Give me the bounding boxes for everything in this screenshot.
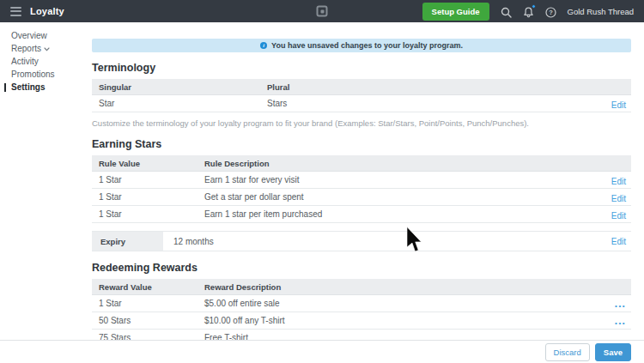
notifications-bell-icon[interactable] — [523, 6, 534, 17]
active-indicator — [4, 83, 6, 92]
redeeming-table-header: Reward Value Reward Description — [92, 279, 631, 295]
sidebar-item-promotions[interactable]: Promotions — [0, 68, 92, 81]
sidebar-item-reports[interactable]: Reports — [0, 42, 92, 55]
edit-rule-link[interactable]: Edit — [611, 211, 626, 221]
edit-terminology-link[interactable]: Edit — [611, 100, 626, 110]
notification-dot — [532, 4, 536, 9]
reward-options-ellipsis-button[interactable]: ••• — [615, 303, 626, 310]
page-title: Loyalty — [30, 6, 64, 16]
singular-value: Star — [92, 99, 267, 108]
table-row: 1 Star Earn 1 star for every visit Edit — [92, 172, 631, 189]
banner-message: You have unsaved changes to your loyalty… — [271, 41, 463, 50]
top-bar: Loyalty Setup Guide ? Gold Rush Thread — [0, 0, 644, 22]
sidebar-item-overview[interactable]: Overview — [0, 29, 92, 42]
save-button[interactable]: Save — [595, 343, 631, 361]
reward-description: $10.00 off any T-shirt — [204, 316, 580, 325]
terminology-table-header: Singular Plural — [92, 79, 631, 95]
search-icon[interactable] — [501, 6, 512, 17]
table-row: 1 Star $5.00 off entire sale ••• — [92, 295, 631, 312]
plural-value: Stars — [267, 99, 580, 108]
redeeming-rewards-table: Reward Value Reward Description 1 Star $… — [92, 279, 631, 347]
sidebar-item-activity[interactable]: Activity — [0, 55, 92, 68]
help-icon[interactable]: ? — [545, 6, 556, 17]
rule-value: 1 Star — [92, 175, 204, 185]
main-content: i You have unsaved changes to your loyal… — [92, 22, 631, 347]
rule-value: 1 Star — [92, 192, 204, 202]
account-name[interactable]: Gold Rush Thread — [568, 7, 634, 16]
terminology-table: Singular Plural Star Stars Edit — [92, 79, 631, 112]
reward-options-ellipsis-button[interactable]: ••• — [615, 320, 626, 327]
edit-expiry-link[interactable]: Edit — [611, 237, 626, 246]
terminology-heading: Terminology — [92, 62, 631, 74]
action-footer: Discard Save — [0, 340, 644, 363]
earning-table-header: Rule Value Rule Description — [92, 155, 631, 172]
column-header-reward-value: Reward Value — [92, 282, 204, 292]
column-header-rule-description: Rule Description — [204, 159, 580, 168]
unsaved-changes-banner: i You have unsaved changes to your loyal… — [92, 39, 631, 52]
expiry-label: Expiry — [92, 232, 163, 251]
reward-description: $5.00 off entire sale — [204, 299, 580, 308]
column-header-rule-value: Rule Value — [92, 159, 204, 168]
rule-description: Get a star per dollar spent — [204, 192, 580, 202]
redeeming-rewards-heading: Redeeming Rewards — [92, 262, 631, 274]
table-row: 1 Star Earn 1 star per item purchased Ed… — [92, 206, 631, 223]
earning-stars-heading: Earning Stars — [92, 138, 631, 150]
rule-description: Earn 1 star for every visit — [204, 175, 580, 185]
expiry-row: Expiry 12 months Edit — [92, 231, 631, 251]
reward-value: 50 Stars — [92, 316, 204, 325]
chevron-down-icon — [44, 47, 50, 51]
expiry-value: 12 months — [163, 232, 580, 251]
svg-text:?: ? — [549, 9, 553, 16]
column-header-singular: Singular — [92, 82, 267, 92]
setup-guide-button[interactable]: Setup Guide — [422, 3, 489, 21]
edit-rule-link[interactable]: Edit — [611, 194, 626, 203]
rule-description: Earn 1 star per item purchased — [204, 209, 580, 219]
discard-button[interactable]: Discard — [545, 343, 590, 361]
reward-value: 1 Star — [92, 299, 204, 308]
rule-value: 1 Star — [92, 209, 204, 219]
sidebar: Overview Reports Activity Promotions Set… — [0, 22, 92, 94]
edit-rule-link[interactable]: Edit — [611, 177, 626, 186]
info-icon: i — [260, 42, 267, 49]
hamburger-menu-icon[interactable] — [10, 7, 21, 16]
sidebar-item-settings[interactable]: Settings — [0, 81, 92, 94]
table-row: Star Stars Edit — [92, 95, 631, 112]
column-header-plural: Plural — [267, 82, 580, 92]
earning-rules-table: Rule Value Rule Description 1 Star Earn … — [92, 155, 631, 223]
table-row: 1 Star Get a star per dollar spent Edit — [92, 189, 631, 206]
column-header-reward-description: Reward Description — [204, 282, 580, 292]
terminology-helper-text: Customize the terminology of your loyalt… — [92, 118, 631, 128]
table-row: 50 Stars $10.00 off any T-shirt ••• — [92, 312, 631, 330]
square-logo-icon — [317, 6, 328, 17]
